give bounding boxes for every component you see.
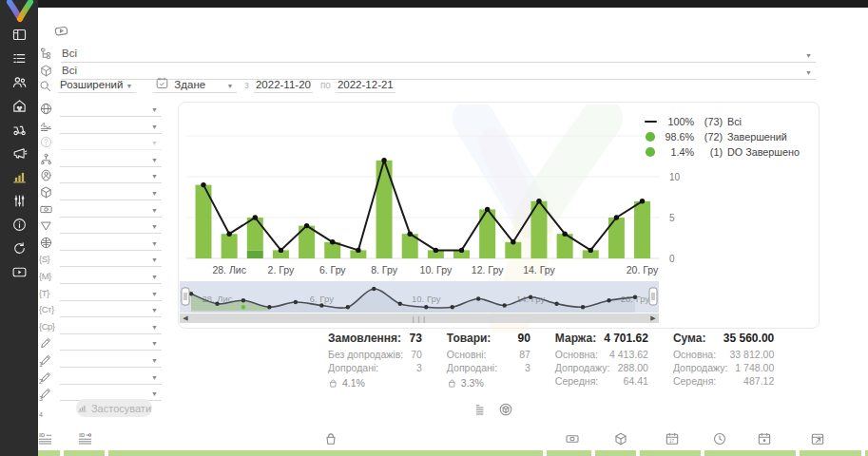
- stats-list-icon[interactable]: [473, 402, 489, 417]
- table-header-cell[interactable]: [64, 450, 105, 456]
- stat-value: 90: [517, 332, 530, 345]
- svg-text:10: 10: [669, 172, 681, 182]
- side-filter-row: {S}▼: [38, 251, 162, 267]
- side-filter-select[interactable]: ▼: [60, 238, 162, 251]
- side-filter-row: {Ср}▼: [38, 318, 162, 334]
- money-icon[interactable]: [565, 431, 580, 446]
- chevron-down-icon: ▼: [151, 140, 158, 146]
- legend-item[interactable]: 100%(73)Всі: [644, 114, 800, 129]
- side-filter-select[interactable]: ▼: [60, 271, 162, 284]
- side-filter-select[interactable]: ▼: [60, 288, 162, 301]
- legend-item[interactable]: 1.4%(1)DO Завершено: [644, 144, 800, 160]
- scroll-right-arrow[interactable]: ▶: [647, 314, 659, 322]
- table-header-cell[interactable]: [704, 450, 796, 456]
- clock-icon[interactable]: [712, 431, 727, 446]
- side-filter-select[interactable]: ▼: [60, 337, 162, 351]
- sidebar-item-analytics[interactable]: [0, 165, 38, 189]
- sidebar-item-customers[interactable]: [0, 70, 38, 94]
- legend-item[interactable]: 98.6%(72)Завершений: [644, 129, 800, 144]
- side-filter-select[interactable]: ▼: [60, 304, 162, 317]
- svg-text:ID: ID: [39, 432, 45, 438]
- side-filter-row: ▼: [38, 184, 162, 200]
- table-header-cell[interactable]: [640, 450, 701, 456]
- chevron-down-icon: ▼: [151, 274, 158, 280]
- side-filter-select[interactable]: ▼: [60, 187, 162, 200]
- chart-card: 28. Лис2. Гру6. Гру8. Гру10. Гру12. Гру1…: [178, 102, 820, 329]
- calendar-export-icon[interactable]: [810, 431, 825, 446]
- date-from-input[interactable]: 2022-11-20: [254, 79, 313, 93]
- side-filter-select[interactable]: ▼: [60, 254, 162, 267]
- stat-subrow: Допродані:3: [447, 362, 530, 375]
- svg-text:14. Гру: 14. Гру: [516, 294, 546, 304]
- side-filter-row: {M}▼: [38, 268, 162, 284]
- chevron-down-icon: ▼: [151, 240, 158, 247]
- sidebar-item-sync[interactable]: [0, 237, 38, 260]
- signature-icon: [39, 119, 53, 133]
- table-header-cell[interactable]: [108, 450, 543, 456]
- side-filter-row: 2▼: [38, 352, 162, 368]
- apply-button[interactable]: Застосувати: [76, 399, 152, 417]
- sidebar-item-video[interactable]: [0, 260, 38, 284]
- app-logo-icon: [6, 0, 34, 23]
- side-filter-select[interactable]: ▼: [60, 354, 162, 368]
- stat-subrow: Середня:487.12: [673, 375, 774, 389]
- chevron-down-icon: ▼: [151, 124, 158, 130]
- sidebar-item-delivery[interactable]: [0, 118, 38, 142]
- calendar-17-icon[interactable]: 17: [665, 431, 680, 446]
- date-type-select[interactable]: Здане▼: [153, 76, 237, 93]
- table-header-cell[interactable]: [595, 450, 636, 456]
- org-chart-icon: [39, 152, 53, 166]
- globe-icon: [39, 102, 53, 116]
- stat-column: Товари:90Основні:87Допродані:33.3%: [447, 332, 530, 389]
- sidebar-item-settings[interactable]: [0, 189, 38, 213]
- calendar-dot-icon[interactable]: [757, 431, 772, 446]
- side-filter-select[interactable]: ▼: [60, 204, 162, 218]
- tag-icon[interactable]: [52, 23, 70, 39]
- id-equal-icon[interactable]: ID: [38, 431, 53, 446]
- table-header-cell[interactable]: [547, 450, 591, 456]
- package-circle-icon[interactable]: [498, 402, 513, 417]
- scrollbar-grip[interactable]: | | |: [191, 315, 647, 322]
- pencil-icon: 4: [39, 386, 53, 400]
- side-filter-select[interactable]: ▼: [60, 104, 162, 117]
- sidebar-item-dashboard[interactable]: [0, 23, 38, 47]
- pencil-icon: 3: [39, 370, 53, 384]
- package-icon[interactable]: [613, 431, 628, 446]
- chevron-down-icon: ▼: [151, 307, 158, 314]
- side-filter-row: ▼: [38, 218, 162, 234]
- side-filter-select[interactable]: ▼: [60, 321, 162, 334]
- stat-title: Замовлення:: [328, 332, 401, 345]
- horizontal-scrollbar[interactable]: ◀ | | | ▶: [180, 314, 659, 323]
- side-filter-select[interactable]: ▼: [60, 371, 162, 385]
- stat-subrow: Допродані:3: [328, 362, 422, 375]
- stat-value: 4 701.62: [604, 332, 648, 345]
- chevron-down-icon: ▼: [151, 340, 158, 347]
- braces-label: {S}: [39, 252, 53, 266]
- search-mode-select[interactable]: Розширений▼: [58, 79, 136, 93]
- stat-subrow: Допродажу:1 748.00: [673, 362, 774, 375]
- table-header-cell[interactable]: [800, 450, 861, 456]
- sidebar-item-store[interactable]: [0, 94, 38, 118]
- chevron-down-icon: ▼: [151, 256, 158, 263]
- id-o-icon[interactable]: ID: [78, 431, 93, 446]
- stat-subrow: Основна:4 413.62: [555, 349, 648, 362]
- side-filter-select[interactable]: ▼: [60, 170, 162, 183]
- chevron-down-icon: ▼: [226, 83, 233, 89]
- sidebar-item-orders[interactable]: [0, 47, 38, 70]
- side-filter-select[interactable]: ▼: [60, 121, 162, 134]
- side-filter-select[interactable]: ▼: [60, 154, 162, 167]
- date-to-input[interactable]: 2022-12-21: [336, 79, 395, 93]
- chart-legend: 100%(73)Всі98.6%(72)Завершений1.4%(1)DO …: [644, 114, 800, 160]
- side-filter-select[interactable]: ▼: [60, 137, 162, 150]
- range-selector[interactable]: 28. Лис6. Гру10. Гру14. Гру20. Гру: [180, 281, 659, 313]
- chevron-down-icon: ▼: [151, 324, 158, 331]
- side-filter-select[interactable]: ▼: [60, 220, 162, 234]
- bag-icon[interactable]: [323, 431, 338, 446]
- package-icon: [39, 185, 53, 200]
- sidebar-item-marketing[interactable]: [0, 142, 38, 165]
- svg-text:0: 0: [669, 254, 675, 264]
- sidebar-item-info[interactable]: [0, 213, 38, 237]
- svg-text:10. Гру: 10. Гру: [412, 294, 441, 304]
- scroll-left-arrow[interactable]: ◀: [180, 314, 191, 322]
- svg-text:6. Гру: 6. Гру: [319, 264, 346, 276]
